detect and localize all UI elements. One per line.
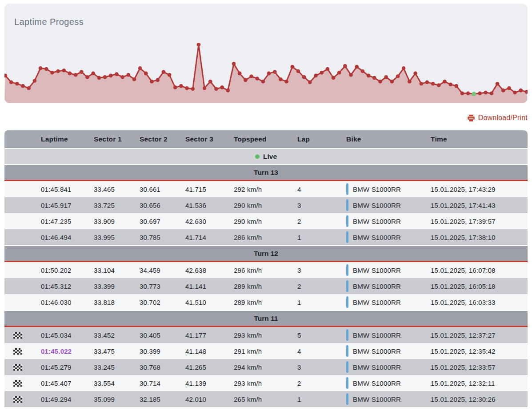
laptime-cell: 01:45.022: [36, 347, 88, 355]
flag-cell: [4, 332, 36, 339]
lap-row[interactable]: 01:45.40733.55430.71441.139293 km/h2BMW …: [4, 375, 528, 391]
lap-cell: 4: [292, 186, 341, 193]
chart-data-point: [367, 74, 371, 78]
chart-data-point: [44, 67, 48, 71]
chart-data-point: [115, 72, 119, 76]
lap-row[interactable]: 01:45.91733.72530.65641.536290 km/h3BMW …: [4, 197, 528, 213]
lap-row[interactable]: 01:45.27933.24530.76841.265294 km/h3BMW …: [4, 359, 528, 375]
chart-data-point: [238, 72, 242, 76]
sector2-cell: 30.702: [134, 299, 180, 306]
time-cell: 15.01.2025, 17:41:43: [425, 202, 528, 209]
bike-cell: BMW S1000RR: [341, 377, 425, 389]
time-cell: 15.01.2025, 12:35:42: [425, 347, 528, 355]
chart-data-point: [226, 89, 230, 93]
section-header-turn-13: Turn 13: [4, 164, 528, 181]
lap-row[interactable]: 01:46.03033.81830.70241.510289 km/h1BMW …: [4, 294, 528, 310]
header-sector3: Sector 3: [180, 135, 228, 143]
bike-label: BMW S1000RR: [353, 299, 401, 306]
time-cell: 15.01.2025, 17:38:10: [425, 234, 528, 241]
sector2-cell: 30.661: [134, 186, 180, 193]
chart-data-point: [97, 76, 101, 80]
laptime-table-body: Turn 1301:45.84133.46530.66141.715292 km…: [4, 164, 528, 407]
chart-data-point: [144, 72, 148, 76]
chart-data-point: [27, 86, 31, 90]
header-lap: Lap: [292, 135, 341, 143]
chart-data-point: [9, 81, 13, 85]
chart-data-point: [249, 74, 253, 78]
lap-cell: 2: [292, 218, 341, 225]
time-cell: 15.01.2025, 12:33:57: [425, 363, 528, 371]
section-header-turn-12: Turn 12: [4, 245, 528, 262]
laptime-chart-card: Laptime Progess: [4, 4, 528, 103]
chart-data-point: [173, 85, 177, 89]
chart-data-point: [232, 62, 236, 66]
lap-row[interactable]: 01:45.02233.47530.39941.148291 km/h4BMW …: [4, 343, 528, 359]
sector3-cell: 41.536: [180, 202, 228, 209]
lap-row[interactable]: 01:50.20233.10434.45942.638296 km/h3BMW …: [4, 262, 528, 278]
chart-data-point: [39, 66, 43, 70]
bike-cell: BMW S1000RR: [341, 215, 425, 227]
lap-row[interactable]: 01:46.49433.99530.78541.714286 km/h1BMW …: [4, 229, 528, 245]
sector2-cell: 30.399: [134, 347, 180, 355]
sector3-cell: 41.139: [180, 380, 228, 387]
chart-data-point: [91, 72, 95, 76]
chart-data-point: [279, 77, 283, 81]
lap-row[interactable]: 01:45.31233.39930.77341.141289 km/h2BMW …: [4, 278, 528, 294]
chart-data-point: [355, 65, 359, 69]
download-print-label: Download/Print: [478, 114, 528, 122]
checkered-flag-icon: [13, 332, 22, 339]
header-bike: Bike: [341, 135, 425, 143]
bike-cell: BMW S1000RR: [341, 264, 425, 276]
sector2-cell: 30.697: [134, 218, 180, 225]
chart-title: Laptime Progess: [14, 17, 84, 27]
time-cell: 15.01.2025, 12:37:27: [425, 331, 528, 339]
chart-data-point: [120, 75, 124, 79]
chart-data-point: [455, 84, 459, 88]
lap-cell: 4: [292, 347, 341, 355]
printer-icon: [467, 114, 475, 122]
bike-cell: BMW S1000RR: [341, 393, 425, 405]
bike-color-bar: [346, 329, 348, 341]
chart-data-point: [203, 86, 207, 90]
chart-data-point: [448, 83, 452, 87]
lap-cell: 2: [292, 380, 341, 387]
lap-row[interactable]: 01:45.03433.45230.40541.177293 km/h5BMW …: [4, 327, 528, 343]
topspeed-cell: 291 km/h: [228, 347, 292, 355]
chart-data-point: [138, 66, 142, 70]
chart-data-point: [109, 74, 113, 78]
chart-data-point: [214, 87, 218, 91]
chart-data-point: [332, 76, 336, 80]
topspeed-cell: 293 km/h: [228, 331, 292, 339]
sector3-cell: 41.510: [180, 299, 228, 306]
chart-data-point: [507, 86, 511, 90]
chart-data-point: [408, 80, 412, 84]
sector2-cell: 32.185: [134, 396, 180, 403]
lap-cell: 1: [292, 234, 341, 241]
laptime-cell: 01:49.294: [36, 396, 88, 403]
chart-data-point: [255, 77, 259, 81]
bike-label: BMW S1000RR: [353, 380, 401, 387]
lap-row[interactable]: 01:47.23533.90930.69742.630290 km/h2BMW …: [4, 213, 528, 229]
chart-data-point: [197, 43, 201, 47]
bike-cell: BMW S1000RR: [341, 345, 425, 357]
bike-color-bar: [346, 296, 348, 308]
live-status-row: Live: [4, 148, 528, 164]
bike-color-bar: [346, 231, 348, 243]
chart-data-point: [284, 80, 288, 84]
sector1-cell: 33.399: [88, 283, 134, 290]
flag-cell: [4, 396, 36, 403]
download-print-link[interactable]: Download/Print: [467, 114, 528, 122]
sector1-cell: 33.465: [88, 186, 134, 193]
lap-row[interactable]: 01:49.29435.09932.18542.010265 km/h1BMW …: [4, 391, 528, 407]
lap-cell: 1: [292, 299, 341, 306]
laptime-cell: 01:45.917: [36, 202, 88, 209]
chart-data-point: [349, 73, 353, 77]
sector3-cell: 41.715: [180, 186, 228, 193]
bike-label: BMW S1000RR: [353, 396, 401, 403]
header-topspeed: Topspeed: [228, 135, 292, 143]
bike-cell: BMW S1000RR: [341, 280, 425, 292]
laptime-cell: 01:45.034: [36, 331, 88, 339]
lap-row[interactable]: 01:45.84133.46530.66141.715292 km/h4BMW …: [4, 181, 528, 197]
time-cell: 15.01.2025, 16:03:33: [425, 299, 528, 306]
section-header-turn-11: Turn 11: [4, 310, 528, 327]
